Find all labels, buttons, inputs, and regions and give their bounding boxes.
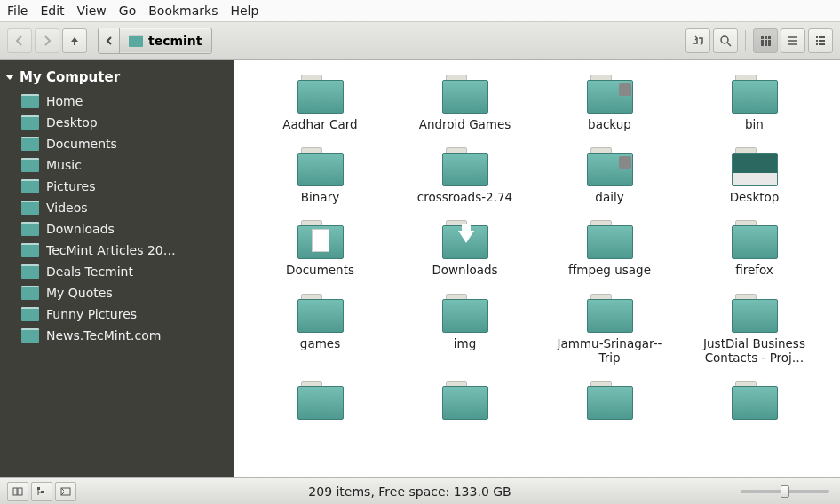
path-history-button[interactable] [99,28,120,53]
menu-go[interactable]: Go [119,4,136,18]
sidebar-item-downloads[interactable]: Downloads [0,218,234,240]
show-places-button[interactable] [7,482,28,501]
menu-edit[interactable]: Edit [40,4,64,18]
folder-item[interactable] [542,377,678,427]
folder-item[interactable]: games [252,290,388,368]
view-compact-button[interactable] [808,28,833,53]
folder-label: Android Games [419,117,511,131]
svg-rect-7 [768,40,771,43]
folder-item[interactable]: daily [542,144,678,208]
folder-label: games [300,336,340,350]
zoom-thumb[interactable] [781,485,789,498]
sidebar-item-news-tecmint-com[interactable]: News.TecMint.com [0,325,234,346]
folder-label: Desktop [730,190,780,204]
sidebar-item-funny-pictures[interactable]: Funny Pictures [0,303,234,325]
folder-item[interactable]: JustDial Business Contacts - Proj… [686,290,822,368]
folder-icon [585,294,635,333]
pathbar: tecmint [98,28,212,54]
nav-back-button[interactable] [7,28,32,53]
folder-item[interactable]: firefox [686,217,822,280]
sidebar-item-label: Documents [46,137,117,151]
menu-bookmarks[interactable]: Bookmarks [148,4,218,18]
svg-rect-25 [41,491,44,493]
view-list-button[interactable] [781,28,805,53]
zoom-slider[interactable] [741,490,829,493]
menu-view[interactable]: View [77,4,107,18]
svg-rect-9 [765,43,767,46]
folder-item[interactable]: bin [686,71,822,135]
folder-icon [585,75,635,114]
folder-icon [730,75,780,114]
folder-item[interactable]: Desktop [686,144,822,208]
nav-up-button[interactable] [62,28,87,53]
folder-icon [440,294,490,333]
folder-item[interactable] [252,377,388,427]
folder-icon [440,220,490,259]
svg-rect-4 [768,36,771,39]
folder-label: ffmpeg usage [568,263,651,277]
folder-item[interactable]: crossroads-2.74 [397,144,533,208]
nav-forward-button[interactable] [35,28,59,53]
toggle-pathbar-button[interactable] [685,28,710,53]
svg-rect-21 [18,488,22,495]
folder-item[interactable]: ffmpeg usage [542,217,678,280]
folder-icon [585,381,635,420]
folder-item[interactable]: img [397,290,533,368]
sidebar-header[interactable]: My Computer [0,66,234,91]
folder-icon [440,147,490,186]
folder-icon [296,75,345,114]
sidebar-item-desktop[interactable]: Desktop [0,112,234,133]
folder-icon [440,381,490,420]
folder-icon [730,220,780,259]
folder-item[interactable] [686,377,822,427]
path-segment-current[interactable]: tecmint [120,29,211,52]
folder-icon [296,294,345,333]
svg-rect-16 [816,40,818,42]
sidebar-item-label: TecMint Articles 20… [46,243,176,257]
sidebar-item-pictures[interactable]: Pictures [0,176,234,197]
folder-item[interactable]: backup [542,71,678,135]
search-button[interactable] [713,28,738,53]
sidebar-item-tecmint-articles-20[interactable]: TecMint Articles 20… [0,240,234,261]
sidebar-item-deals-tecmint[interactable]: Deals Tecmint [0,261,234,282]
sidebar-item-documents[interactable]: Documents [0,133,234,154]
folder-item[interactable]: Binary [252,144,388,208]
content-pane[interactable]: Aadhar CardAndroid GamesbackupbinBinaryc… [234,60,840,477]
sidebar-item-home[interactable]: Home [0,91,234,112]
svg-rect-18 [816,43,818,45]
sidebar-item-videos[interactable]: Videos [0,197,234,218]
folder-icon [21,222,39,236]
svg-rect-5 [761,40,764,43]
folder-item[interactable]: Documents [252,217,388,280]
collapse-icon [5,75,14,80]
statusbar: 209 items, Free space: 133.0 GB [0,477,840,504]
folder-item[interactable] [397,377,533,427]
view-icons-button[interactable] [753,28,778,53]
folder-item[interactable]: Jammu-Srinagar--Trip [542,290,678,368]
sidebar-item-music[interactable]: Music [0,154,234,176]
menu-file[interactable]: File [7,4,28,18]
sidebar-item-my-quotes[interactable]: My Quotes [0,282,234,303]
main-area: My Computer HomeDesktopDocumentsMusicPic… [0,60,840,477]
svg-rect-2 [761,36,764,39]
folder-icon [585,147,635,186]
folder-icon [21,201,39,215]
svg-rect-3 [765,36,767,39]
folder-icon [21,328,39,343]
doc-badge-icon [312,229,329,252]
folder-item[interactable]: Aadhar Card [252,71,388,135]
show-tree-button[interactable] [31,482,52,501]
folder-item[interactable]: Downloads [397,217,533,280]
folder-icon [730,294,780,333]
home-icon [129,35,143,47]
folder-label: JustDial Business Contacts - Proj… [693,336,817,365]
svg-rect-19 [819,43,825,45]
folder-item[interactable]: Android Games [397,71,533,135]
folder-icon [21,179,39,193]
folder-icon [21,286,39,300]
folder-icon [585,220,635,259]
close-sidebar-button[interactable] [55,482,76,501]
menu-help[interactable]: Help [230,4,258,18]
sidebar-item-label: Pictures [46,179,95,193]
folder-icon [440,75,490,114]
